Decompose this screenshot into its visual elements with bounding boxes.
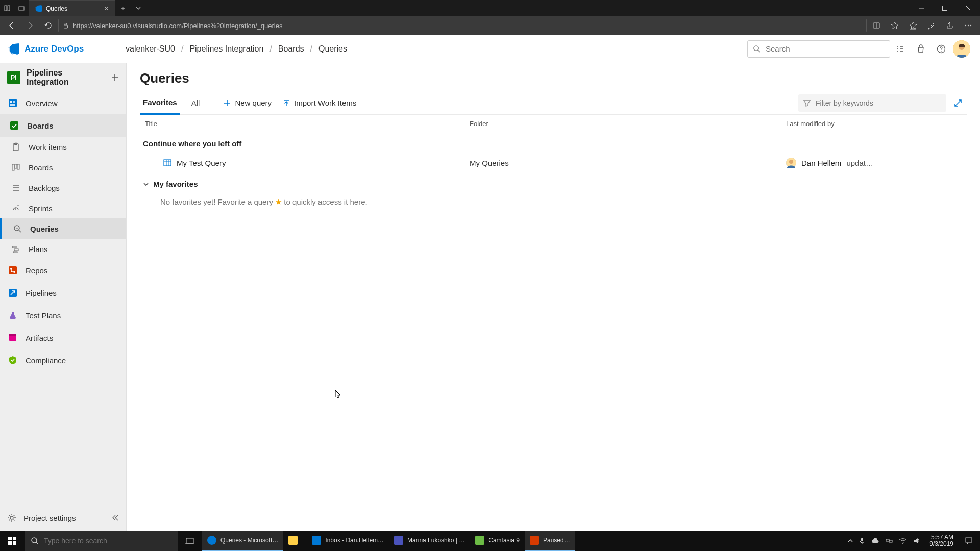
volume-icon[interactable] [913,537,920,544]
work-items-icon[interactable] [890,39,911,59]
column-folder[interactable]: Folder [470,120,786,128]
network-icon[interactable] [886,537,893,544]
taskbar-app-explorer[interactable] [283,531,307,551]
product-logo[interactable]: Azure DevOps [8,43,126,55]
sidebar-item-label: Boards [29,163,53,172]
breadcrumb-project[interactable]: Pipelines Integration [189,44,263,54]
refresh-button[interactable] [40,16,57,35]
sidebar-item-label: Plans [29,245,48,254]
column-title[interactable]: Title [143,120,470,128]
tab-actions-icon[interactable] [0,5,14,11]
user-menu[interactable] [951,39,972,59]
close-tab-icon[interactable]: ✕ [104,5,109,12]
breadcrumb-area[interactable]: Boards [278,44,304,54]
sidebar-item-work-items[interactable]: Work items [0,137,126,157]
favorite-star-icon[interactable] [886,16,903,35]
import-icon [283,99,290,107]
taskbar-app-teams[interactable]: Marina Lukoshko | … [389,531,470,551]
tray-chevron-icon[interactable] [848,538,853,543]
favorites-section[interactable]: My favorites [140,173,967,192]
taskbar-app-label: Camtasia 9 [488,537,520,544]
onedrive-icon[interactable] [871,538,879,544]
taskbar-search[interactable] [24,531,178,551]
action-center-icon[interactable] [958,531,980,551]
svg-point-16 [941,51,942,52]
repos-icon [7,265,18,276]
help-icon[interactable] [931,39,951,59]
sidebar-item-boards[interactable]: Boards [0,114,126,137]
tab-preview-icon[interactable] [14,5,29,11]
microphone-icon[interactable] [859,537,865,544]
tab-favorites[interactable]: Favorites [140,91,180,115]
filter-input[interactable] [816,99,941,107]
artifacts-icon [7,333,18,343]
new-tab-button[interactable]: ＋ [115,0,131,16]
teams-icon [394,536,403,545]
svg-rect-27 [15,164,17,168]
sidebar-item-overview[interactable]: Overview [0,92,126,114]
taskbar-app-camtasia[interactable]: Camtasia 9 [470,531,525,551]
camtasia-icon [475,536,484,545]
svg-rect-58 [889,540,892,542]
window-maximize-button[interactable] [933,0,957,16]
marketplace-icon[interactable] [911,39,931,59]
sidebar-item-label: Overview [26,99,58,108]
favorites-hub-icon[interactable] [904,16,922,35]
taskbar-app-recorder[interactable]: Paused… [525,531,575,551]
start-button[interactable] [0,531,24,551]
taskbar-app-edge[interactable]: Queries - Microsoft… [202,531,283,551]
column-modified[interactable]: Last modified by [786,120,964,128]
tab-all[interactable]: All [188,91,203,115]
project-selector[interactable]: PI Pipelines Integration [0,63,126,92]
notes-icon[interactable] [923,16,940,35]
global-search[interactable] [747,40,890,58]
tabs-menu-icon[interactable] [131,0,146,16]
divider [211,97,211,109]
continue-section-label: Continue where you left off [140,133,967,152]
breadcrumb-page[interactable]: Queries [318,44,347,54]
query-row[interactable]: My Test Query My Queries Dan Hellem upda… [140,152,967,173]
svg-point-11 [968,25,969,26]
back-button[interactable] [3,16,20,35]
taskbar-app-outlook[interactable]: Inbox - Dan.Hellem… [307,531,389,551]
share-icon[interactable] [941,16,959,35]
sidebar-item-repos[interactable]: Repos [0,259,126,282]
sidebar-item-label: Test Plans [26,311,61,320]
folder-icon [288,536,298,545]
fullscreen-icon[interactable] [949,94,967,112]
sidebar-item-test-plans[interactable]: Test Plans [0,304,126,327]
sidebar-item-sprints[interactable]: Sprints [0,198,126,218]
project-settings[interactable]: Project settings [0,505,126,531]
sidebar-item-artifacts[interactable]: Artifacts [0,327,126,349]
reading-view-icon[interactable] [868,16,885,35]
window-close-button[interactable] [957,0,980,16]
svg-rect-21 [13,101,15,103]
svg-rect-48 [8,537,12,540]
filter-box[interactable] [798,94,946,112]
grid-header: Title Folder Last modified by [140,115,967,133]
collapse-sidebar-icon[interactable] [111,514,119,522]
sidebar-item-boards-sub[interactable]: Boards [0,157,126,178]
add-button[interactable] [111,73,119,82]
url-field[interactable]: https://valenker-su0.visualstudio.com/Pi… [58,19,867,32]
more-icon[interactable] [960,16,977,35]
search-input[interactable] [766,44,885,53]
sidebar-item-pipelines[interactable]: Pipelines [0,282,126,304]
sidebar-item-backlogs[interactable]: Backlogs [0,178,126,198]
import-work-items-button[interactable]: Import Work Items [279,91,360,115]
browser-address-bar: https://valenker-su0.visualstudio.com/Pi… [0,16,980,35]
window-minimize-button[interactable] [910,0,933,16]
system-tray[interactable] [843,531,925,551]
sidebar-item-compliance[interactable]: Compliance [0,349,126,371]
sidebar-item-queries[interactable]: Queries [0,218,126,239]
boards-icon [9,120,20,131]
taskbar-clock[interactable]: 5:57 AM 9/3/2019 [925,531,958,551]
forward-button[interactable] [21,16,39,35]
browser-tab[interactable]: Queries ✕ [29,0,115,16]
sidebar-item-plans[interactable]: Plans [0,239,126,259]
task-view-button[interactable] [178,531,202,551]
new-query-button[interactable]: New query [219,91,276,115]
breadcrumb-org[interactable]: valenker-SU0 [126,44,175,54]
wifi-icon[interactable] [899,538,907,544]
taskbar-search-input[interactable] [44,537,172,545]
